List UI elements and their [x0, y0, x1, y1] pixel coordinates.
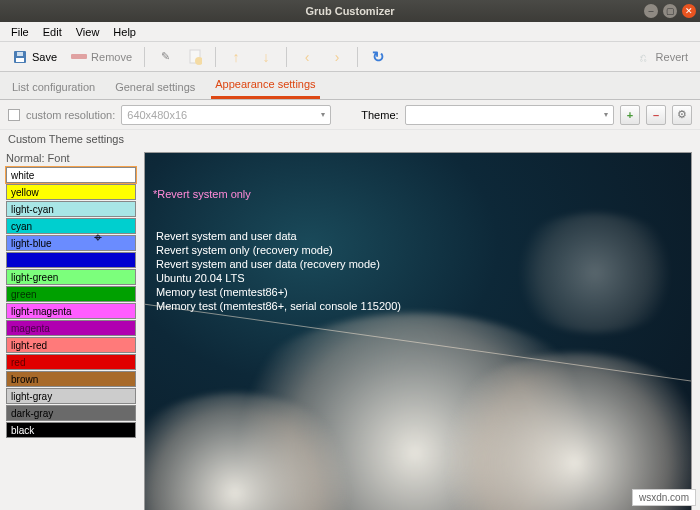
watermark: wsxdn.com — [632, 489, 696, 506]
close-icon[interactable]: ✕ — [682, 4, 696, 18]
theme-combo[interactable]: ▾ — [405, 105, 614, 125]
tab-list[interactable]: List configuration — [8, 75, 99, 99]
next-button: › — [323, 46, 351, 68]
revert-icon: ⎌ — [636, 49, 652, 65]
save-label: Save — [32, 51, 57, 63]
menu-file[interactable]: File — [4, 24, 36, 40]
boot-entry: Ubuntu 20.04 LTS — [153, 271, 401, 285]
gear-icon: ⚙ — [677, 108, 687, 121]
document-icon — [187, 49, 203, 65]
boot-entry: Memory test (memtest86+, serial console … — [153, 299, 401, 313]
theme-label: Theme: — [361, 109, 398, 121]
svg-rect-3 — [71, 54, 87, 59]
maximize-icon[interactable]: ▢ — [663, 4, 677, 18]
pencil-icon: ✎ — [157, 49, 173, 65]
save-button[interactable]: Save — [6, 46, 63, 68]
boot-entry: Revert system and user data (recovery mo… — [153, 257, 401, 271]
toolbar: Save Remove ✎ ↑ ↓ ‹ › ↻ ⎌ Revert — [0, 42, 700, 72]
chevron-left-icon: ‹ — [299, 49, 315, 65]
custom-resolution-checkbox[interactable] — [8, 109, 20, 121]
color-swatch-brown[interactable]: brown — [6, 371, 136, 387]
boot-selected: *Revert system only — [153, 187, 401, 201]
up-button: ↑ — [222, 46, 250, 68]
separator — [357, 47, 358, 67]
save-icon — [12, 49, 28, 65]
revert-label: Revert — [656, 51, 688, 63]
theme-settings-button[interactable]: ⚙ — [672, 105, 692, 125]
color-swatch-yellow[interactable]: yellow — [6, 184, 136, 200]
tab-appearance[interactable]: Appearance settings — [211, 72, 319, 99]
color-swatch-light-cyan[interactable]: light-cyan — [6, 201, 136, 217]
separator — [215, 47, 216, 67]
color-swatch-dark-gray[interactable]: dark-gray — [6, 405, 136, 421]
boot-menu: *Revert system only Revert system and us… — [153, 159, 401, 341]
minus-icon: – — [653, 109, 659, 121]
separator — [286, 47, 287, 67]
menu-help[interactable]: Help — [106, 24, 143, 40]
tabbar: List configuration General settings Appe… — [0, 72, 700, 100]
plus-icon: + — [627, 109, 633, 121]
revert-button: ⎌ Revert — [630, 46, 694, 68]
svg-rect-1 — [16, 58, 24, 62]
color-sidebar: Normal: Font whiteyellowlight-cyancyanli… — [0, 148, 142, 510]
chevron-down-icon: ▾ — [604, 110, 608, 119]
menubar: File Edit View Help — [0, 22, 700, 42]
boot-entry: Memory test (memtest86+) — [153, 285, 401, 299]
menu-edit[interactable]: Edit — [36, 24, 69, 40]
remove-theme-button[interactable]: – — [646, 105, 666, 125]
add-theme-button[interactable]: + — [620, 105, 640, 125]
tab-general[interactable]: General settings — [111, 75, 199, 99]
color-swatch-light-magenta[interactable]: light-magenta — [6, 303, 136, 319]
color-swatch-light-green[interactable]: light-green — [6, 269, 136, 285]
chevron-down-icon: ▾ — [321, 110, 325, 119]
color-swatch-light-red[interactable]: light-red — [6, 337, 136, 353]
down-button: ↓ — [252, 46, 280, 68]
boot-entry: Revert system and user data — [153, 229, 401, 243]
arrow-up-icon: ↑ — [228, 49, 244, 65]
edit-button: ✎ — [151, 46, 179, 68]
resolution-value: 640x480x16 — [127, 109, 187, 121]
color-swatch-blue[interactable]: blue — [6, 252, 136, 268]
main-area: Normal: Font whiteyellowlight-cyancyanli… — [0, 148, 700, 510]
chevron-right-icon: › — [329, 49, 345, 65]
svg-rect-2 — [17, 52, 23, 56]
titlebar: Grub Customizer – ▢ ✕ — [0, 0, 700, 22]
arrow-down-icon: ↓ — [258, 49, 274, 65]
window-title: Grub Customizer — [0, 5, 700, 17]
remove-button: Remove — [65, 46, 138, 68]
separator — [144, 47, 145, 67]
resolution-combo[interactable]: 640x480x16 ▾ — [121, 105, 331, 125]
window-controls: – ▢ ✕ — [644, 4, 696, 18]
remove-icon — [71, 49, 87, 65]
color-swatch-white[interactable]: white — [6, 167, 136, 183]
color-swatch-magenta[interactable]: magenta — [6, 320, 136, 336]
color-swatch-light-blue[interactable]: light-blue — [6, 235, 136, 251]
remove-label: Remove — [91, 51, 132, 63]
color-swatch-light-gray[interactable]: light-gray — [6, 388, 136, 404]
boot-preview: *Revert system only Revert system and us… — [144, 152, 692, 510]
minimize-icon[interactable]: – — [644, 4, 658, 18]
boot-entry: Revert system only (recovery mode) — [153, 243, 401, 257]
color-swatch-red[interactable]: red — [6, 354, 136, 370]
section-label: Custom Theme settings — [0, 130, 700, 148]
new-button — [181, 46, 209, 68]
refresh-icon: ↻ — [370, 49, 386, 65]
prev-button: ‹ — [293, 46, 321, 68]
color-swatch-cyan[interactable]: cyan — [6, 218, 136, 234]
custom-resolution-label: custom resolution: — [26, 109, 115, 121]
color-swatch-green[interactable]: green — [6, 286, 136, 302]
options-row: custom resolution: 640x480x16 ▾ Theme: ▾… — [0, 100, 700, 130]
sidebar-label: Normal: Font — [6, 152, 136, 164]
color-swatch-black[interactable]: black — [6, 422, 136, 438]
refresh-button[interactable]: ↻ — [364, 46, 392, 68]
menu-view[interactable]: View — [69, 24, 107, 40]
